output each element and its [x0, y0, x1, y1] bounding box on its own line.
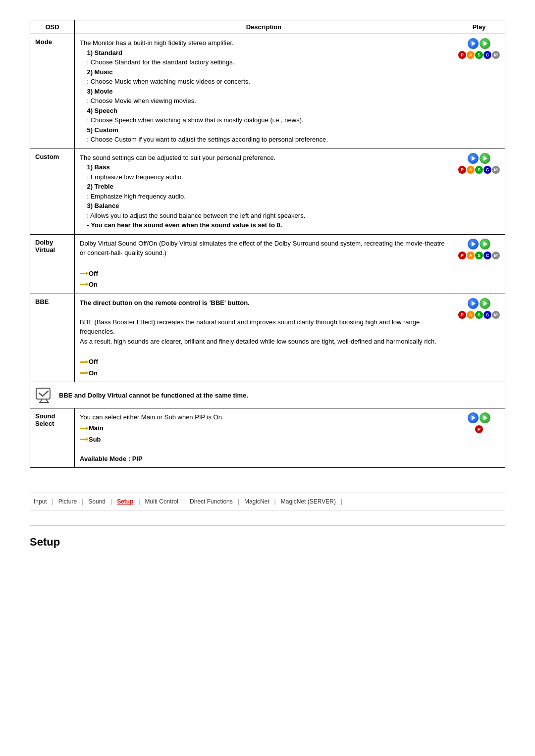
play-btn-1-custom	[468, 153, 479, 164]
nav-sep-8: |	[340, 498, 343, 505]
play-btn-1-bbe	[468, 298, 479, 309]
osd-dolby: DolbyVirtual	[30, 234, 75, 294]
badge-c-dolby: C	[483, 252, 491, 259]
header-play: Play	[453, 20, 505, 34]
play-btn-2-custom	[480, 153, 490, 164]
pascm-badge-dolby: P A S C M	[458, 239, 500, 259]
main-table: OSD Description Play Mode The Monitor ha…	[30, 20, 505, 468]
play-dolby: P A S C M	[453, 234, 505, 294]
osd-sound-select: SoundSelect	[30, 408, 75, 468]
badge-p-bbe: P	[458, 311, 466, 319]
page-wrapper: OSD Description Play Mode The Monitor ha…	[0, 0, 535, 568]
nav-direct-functions[interactable]: Direct Functions	[186, 497, 237, 506]
nav-magicnet-server[interactable]: MagicNet (SERVER)	[277, 497, 340, 506]
badge-a-custom: A	[467, 166, 475, 174]
osd-mode: Mode	[30, 34, 75, 149]
nav-sep-6: |	[237, 498, 240, 505]
table-row: SoundSelect You can select either Main o…	[30, 408, 505, 468]
badge-p-mode: P	[458, 51, 466, 59]
nav-sep-7: |	[273, 498, 277, 505]
badge-c-custom: C	[483, 166, 491, 174]
play-btn-2-mode	[480, 38, 490, 49]
pascm-badge-bbe: P A S C M	[458, 298, 500, 319]
desc-sound-select: You can select either Main or Sub when P…	[75, 408, 453, 468]
desc-bbe: The direct button on the remote control …	[75, 294, 453, 382]
svg-rect-0	[36, 388, 50, 399]
badge-c-bbe: C	[483, 311, 491, 319]
play-icons-sound-select	[468, 412, 490, 423]
play-btn-2-bbe	[480, 298, 490, 309]
note-cell: BBE and Dolby Virtual cannot be function…	[30, 382, 505, 408]
pascm-letters-dolby: P A S C M	[458, 252, 500, 259]
badge-a-bbe: A	[467, 311, 475, 319]
play-btn-2-dolby	[480, 239, 490, 250]
play-icons-dolby	[468, 239, 490, 250]
osd-custom: Custom	[30, 149, 75, 234]
table-row: Custom The sound settings can be adjuste…	[30, 149, 505, 234]
pascm-letters-mode: P A S C M	[458, 51, 500, 59]
table-row: Mode The Monitor has a built-in high fid…	[30, 34, 505, 149]
play-btn-1-sound-select	[468, 412, 479, 423]
svg-line-1	[40, 399, 42, 403]
play-sound-select: P	[453, 408, 505, 468]
nav-bar: Input | Picture | Sound | Setup | Multi …	[30, 493, 505, 510]
nav-sep-5: |	[182, 498, 186, 505]
play-btn-1-mode	[468, 38, 479, 49]
svg-line-2	[46, 399, 48, 403]
play-icons-custom	[468, 153, 490, 164]
badge-p-dolby: P	[458, 252, 466, 259]
badge-m-custom: M	[492, 166, 500, 174]
badge-a-dolby: A	[467, 252, 475, 259]
nav-sound[interactable]: Sound	[84, 497, 109, 506]
play-btn-2-sound-select	[480, 412, 490, 423]
header-description: Description	[75, 20, 453, 34]
play-mode: P A S C M	[453, 34, 505, 149]
nav-sep-2: |	[81, 498, 84, 505]
nav-sep-1: |	[51, 498, 54, 505]
badge-m-mode: M	[492, 51, 500, 59]
pip-letter-sound-select: P	[475, 425, 483, 433]
pip-badge-sound-select: P	[458, 412, 500, 433]
play-icons-bbe	[468, 298, 490, 309]
nav-picture[interactable]: Picture	[54, 497, 81, 506]
note-text: BBE and Dolby Virtual cannot be function…	[59, 392, 248, 399]
pascm-badge-custom: P A S C M	[458, 153, 500, 174]
play-icons-mode	[468, 38, 490, 49]
desc-mode: The Monitor has a built-in high fidelity…	[75, 34, 453, 149]
nav-magicnet[interactable]: MagicNet	[240, 497, 273, 506]
note-row: BBE and Dolby Virtual cannot be function…	[30, 382, 505, 408]
pascm-letters-custom: P A S C M	[458, 166, 500, 174]
pascm-badge-mode: P A S C M	[458, 38, 500, 59]
desc-custom: The sound settings can be adjusted to su…	[75, 149, 453, 234]
table-row: BBE The direct button on the remote cont…	[30, 294, 505, 382]
nav-sep-4: |	[137, 498, 141, 505]
page-title: Setup	[30, 536, 505, 549]
osd-bbe: BBE	[30, 294, 75, 382]
badge-p-sound-select: P	[475, 425, 483, 433]
page-divider	[30, 525, 505, 526]
badge-m-dolby: M	[492, 252, 500, 259]
note-icon	[35, 386, 53, 404]
play-custom: P A S C M	[453, 149, 505, 234]
play-btn-1-dolby	[468, 239, 479, 250]
nav-sep-3: |	[109, 498, 113, 505]
desc-dolby: Dolby Virtual Sound Off/On (Dolby Virtua…	[75, 234, 453, 294]
badge-p-custom: P	[458, 166, 466, 174]
badge-s-custom: S	[475, 166, 483, 174]
nav-multi-control[interactable]: Multi Control	[141, 497, 182, 506]
nav-input[interactable]: Input	[30, 497, 51, 506]
badge-m-bbe: M	[492, 311, 500, 319]
badge-s-bbe: S	[475, 311, 483, 319]
note-content: BBE and Dolby Virtual cannot be function…	[35, 386, 500, 404]
table-row: DolbyVirtual Dolby Virtual Sound Off/On …	[30, 234, 505, 294]
badge-s-dolby: S	[475, 252, 483, 259]
badge-s-mode: S	[475, 51, 483, 59]
badge-a-mode: A	[467, 51, 475, 59]
pascm-letters-bbe: P A S C M	[458, 311, 500, 319]
nav-setup[interactable]: Setup	[113, 497, 137, 506]
header-osd: OSD	[30, 20, 75, 34]
badge-c-mode: C	[483, 51, 491, 59]
play-bbe: P A S C M	[453, 294, 505, 382]
